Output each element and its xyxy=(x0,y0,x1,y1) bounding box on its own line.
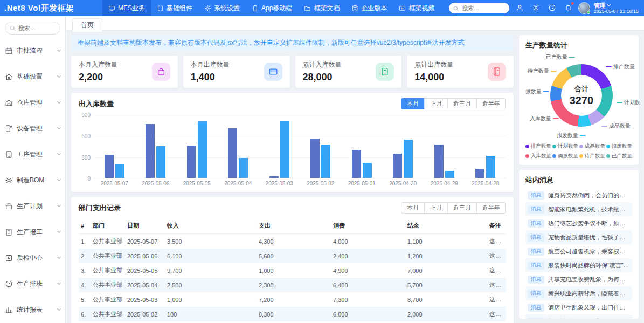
donut-legend: 排产数量计划数量成品数量报废数量入库数量调拨数量待产数量已产数量 xyxy=(525,143,632,160)
topbar-right: 管理 2025-05-07 21:18:15 xyxy=(449,2,644,15)
dept-table-range-近三月[interactable]: 近三月 xyxy=(447,202,477,214)
donut-callout-待产数量: 待产数量 xyxy=(528,67,558,75)
stat-label: 累计入库数量 xyxy=(303,60,342,70)
top-menu-item-企业版本[interactable]: 企业版本 xyxy=(345,0,393,16)
col-header-消费: 消费 xyxy=(331,218,405,234)
search-icon xyxy=(9,24,16,34)
table-cell: 这家伙很懒,没有说明信息... xyxy=(487,292,506,307)
bar-group-2025-05-06 xyxy=(135,115,177,178)
bar-chart-range-上月[interactable]: 上月 xyxy=(424,98,448,109)
top-menu-item-基础组件[interactable]: 基础组件 xyxy=(151,0,198,16)
table-cell: 9,700 xyxy=(165,263,257,278)
dept-table-range-上月[interactable]: 上月 xyxy=(424,202,448,214)
callout-line xyxy=(553,118,559,119)
message-item[interactable]: 消息美妆博主推荐产品翻车，信任危机爆发？ xyxy=(525,314,632,319)
sidebar-item-统计报表[interactable]: 统计报表 xyxy=(5,297,60,322)
sidebar-item-生产计划[interactable]: 生产计划 xyxy=(5,193,60,219)
top-menu-item-系统设置[interactable]: 系统设置 xyxy=(198,0,246,16)
bar-group-2025-05-05 xyxy=(176,115,218,178)
message-text: 服装快时尚品牌的环保“谎言”被戳破？ xyxy=(548,262,630,270)
bar-seriesB-2025-05-05 xyxy=(198,121,207,178)
sidebar-item-制造BOM[interactable]: 制造BOM xyxy=(5,167,60,193)
topbar-history-icon[interactable] xyxy=(547,3,557,13)
stat-value: 2,200 xyxy=(79,72,117,83)
col-header-支出: 支出 xyxy=(257,218,331,234)
messages-title: 站内消息 xyxy=(525,175,632,185)
chevron-down-icon xyxy=(57,100,61,104)
donut-center-label: 合计 xyxy=(574,84,588,94)
table-cell: 公共事业部 xyxy=(91,234,125,249)
table-cell: 2025-05-06 xyxy=(125,249,165,263)
folder-icon xyxy=(304,5,311,12)
legend-item-计划数量: 计划数量 xyxy=(552,143,578,150)
message-item[interactable]: 消息共享充电宝收费乱象，为何屡禁不止？ xyxy=(525,272,632,286)
x-tick-2025-05-06: 2025-05-06 xyxy=(135,178,177,187)
messages-card: 站内消息 消息健身房突然倒闭，会员们的钱该如何追回？消息智能家电频繁死机，技术瓶… xyxy=(519,170,639,319)
sidebar-item-生产报工[interactable]: 生产报工 xyxy=(5,219,60,245)
bar-chart-range-近半年[interactable]: 近半年 xyxy=(476,98,506,109)
callout-line xyxy=(606,66,612,67)
top-menu: MES业务基础组件系统设置App移动端框架文档企业版本框架视频 xyxy=(102,0,440,16)
chevron-down-icon xyxy=(57,126,61,129)
message-item[interactable]: 消息服装快时尚品牌的环保“谎言”被戳破？ xyxy=(525,258,632,272)
topbar-user-icon[interactable] xyxy=(515,3,524,13)
table-cell: 5,700 xyxy=(405,278,487,292)
book-icon xyxy=(380,67,390,77)
top-menu-item-框架文档[interactable]: 框架文档 xyxy=(298,0,345,16)
sidebar-item-设备管理[interactable]: 设备管理 xyxy=(5,115,60,141)
sidebar-item-基础设置[interactable]: 基础设置 xyxy=(5,64,60,90)
message-item[interactable]: 消息航空公司超售机票，乘客权益如何保障？ xyxy=(525,244,632,258)
sidebar-item-质检中心[interactable]: 质检中心 xyxy=(5,245,60,271)
top-menu-item-框架视频[interactable]: 框架视频 xyxy=(393,0,440,16)
bar-group-2025-05-01 xyxy=(341,115,383,178)
bar-group-2025-05-07 xyxy=(94,115,135,178)
sidebar-item-生产排班[interactable]: 生产排班 xyxy=(5,271,60,297)
y-tick-300: 300 xyxy=(81,154,91,160)
bar-group-2025-04-29 xyxy=(424,115,465,178)
stat-value: 14,000 xyxy=(414,72,453,83)
message-item[interactable]: 消息健身房突然倒闭，会员们的钱该如何追回？ xyxy=(525,188,632,202)
message-badge: 消息 xyxy=(528,262,544,270)
message-item[interactable]: 消息酒店卫生乱象又现，出门住宿该如何选？ xyxy=(525,300,632,314)
x-tick-2025-05-01: 2025-05-01 xyxy=(341,178,383,187)
dept-table-range-近半年[interactable]: 近半年 xyxy=(476,202,506,214)
donut-callout-调拨数量: 拨数量 xyxy=(525,88,551,95)
sidebar-item-审批流程[interactable]: 审批流程 xyxy=(5,38,60,64)
tab-home[interactable]: 首页 xyxy=(72,18,102,32)
warehouse-icon xyxy=(5,99,13,107)
bar-chart-range-本月[interactable]: 本月 xyxy=(401,98,425,109)
stat-label: 本月出库数量 xyxy=(191,60,230,70)
bar-chart-range-近三月[interactable]: 近三月 xyxy=(447,98,477,109)
x-tick-2025-05-07: 2025-05-07 xyxy=(94,178,135,187)
video-icon xyxy=(399,5,406,12)
message-item[interactable]: 消息新兴职业高薪背后，隐藏着哪些挑战？ xyxy=(525,286,632,300)
bar-seriesA-2025-04-28 xyxy=(475,169,484,178)
legend-dot xyxy=(552,154,556,158)
monitor-icon xyxy=(108,5,115,12)
top-menu-item-App移动端[interactable]: App移动端 xyxy=(246,0,298,16)
message-badge: 消息 xyxy=(528,233,544,242)
topbar-gear-icon[interactable] xyxy=(531,3,541,13)
donut-callout-计划数量: 计划数 xyxy=(615,99,640,106)
message-text: 智能家电频繁死机，技术瓶颈待突破？ xyxy=(548,205,630,214)
gear-icon xyxy=(5,176,13,184)
message-text: 宠物食品质量堪忧，毛孩子的健康谁守护？ xyxy=(548,233,630,242)
bar-seriesA-2025-05-04 xyxy=(228,128,237,178)
bar-seriesA-2025-04-30 xyxy=(393,154,402,178)
chevron-down-icon xyxy=(57,307,61,311)
table-cell: 8,300 xyxy=(257,307,331,321)
sidebar-item-仓库管理[interactable]: 仓库管理 xyxy=(5,90,60,115)
table-cell: 6,000 xyxy=(331,307,405,321)
topbar-bell-icon[interactable] xyxy=(563,3,573,13)
top-menu-item-MES业务[interactable]: MES业务 xyxy=(102,0,151,16)
sidebar-item-工序管理[interactable]: 工序管理 xyxy=(5,141,60,167)
y-tick-600: 600 xyxy=(81,133,91,139)
table-cell: 公共事业部 xyxy=(91,249,125,263)
message-item[interactable]: 消息宠物食品质量堪忧，毛孩子的健康谁守护？ xyxy=(525,230,632,244)
message-item[interactable]: 消息智能家电频繁死机，技术瓶颈待突破？ xyxy=(525,202,632,216)
message-item[interactable]: 消息热门综艺抄袭争议不断，原创之路在何方？ xyxy=(525,216,632,230)
dept-table-range-本月[interactable]: 本月 xyxy=(401,202,425,214)
bar-group-2025-04-30 xyxy=(383,115,424,178)
donut-center: 合计 3270 xyxy=(561,75,602,116)
user-menu[interactable]: 管理 2025-05-07 21:18:15 xyxy=(578,2,639,15)
